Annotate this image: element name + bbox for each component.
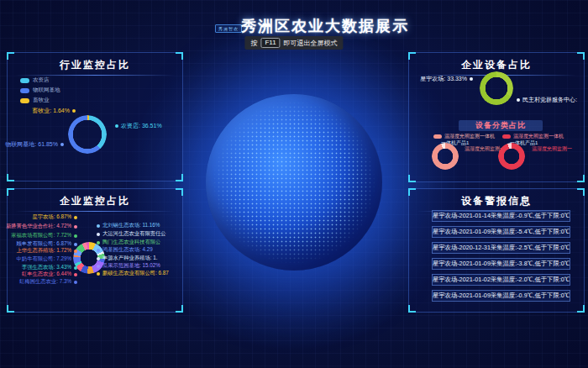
- device-category-header: 设备分类占比: [459, 120, 543, 131]
- legend-swatch: [20, 88, 29, 93]
- label-text: 上华生态养殖场: 1.72%: [17, 247, 71, 255]
- label-text: 鹏硕生态农业有限公司: 6.87: [102, 270, 169, 277]
- panel-device-title: 企业设备占比: [409, 58, 584, 72]
- label-dot: [97, 257, 100, 260]
- label-dot: [74, 250, 77, 253]
- alarm-row-list: 星宇农场-2021-01-14采集温度:-0.9℃,低于下限:0℃星宇农场-20…: [432, 210, 570, 302]
- label-text: 民主村党群服务中心:: [522, 96, 577, 104]
- legend-swatch: [20, 78, 29, 83]
- chart-label: 农资店: 36.51%: [115, 122, 162, 130]
- chart-label: 红丰生态农业: 6.44%: [22, 271, 77, 278]
- label-text: 家福农场有限公司: 7.72%: [11, 232, 71, 239]
- label-dot: [74, 258, 77, 261]
- alarm-row: 星宇农场-2021-01-09采集温度:-3.8℃,低于下限:0℃: [432, 258, 570, 270]
- category-right-donut-chart[interactable]: [498, 143, 525, 170]
- label-dot: [74, 243, 77, 246]
- chart-label: 丰源水产种业养殖场: 1.: [97, 255, 157, 262]
- label-text: 大运河生态农业有限责任公: [102, 230, 166, 238]
- chart-label: 大运河生态农业有限责任公: [97, 230, 166, 238]
- label-text: 红丰生态农业: 6.44%: [22, 271, 71, 278]
- legend-swatch: [433, 134, 442, 139]
- chart-label: 陶门生态农业科技有限公: [97, 239, 160, 246]
- fullscreen-tip: 按 F11 即可退出全屏模式: [244, 36, 343, 50]
- chart-label: 星宇农场: 6.87%: [32, 213, 77, 221]
- panel-device-alarm-info: 设备警报信息 星宇农场-2021-01-14采集温度:-0.9℃,低于下限:0℃…: [408, 188, 585, 313]
- f11-keycap: F11: [260, 38, 280, 48]
- label-dot: [97, 224, 100, 228]
- label-dot: [74, 234, 77, 238]
- label-dot: [97, 233, 100, 236]
- panel-industry-body: 行业监控占比 农资店 物联网基地 畜牧业: [8, 53, 182, 181]
- chart-label: 上华生态养殖场: 1.72%: [17, 247, 77, 255]
- panel-alarm-body: 设备警报信息 星宇农场-2021-01-14采集温度:-0.9℃,低于下限:0℃…: [409, 189, 584, 312]
- legend-item[interactable]: 农资店: [20, 76, 60, 84]
- divider: [15, 211, 175, 212]
- alarm-row: 星宇农场-2021-01-02采集温度:-2.0℃,低于下限:0℃: [432, 274, 570, 286]
- panel-monitor-body: 企业监控占比 星宇农场: 6.87% 新塍菁色华业合作社: 4.72% 家福农场…: [8, 189, 182, 312]
- label-dot: [74, 225, 77, 229]
- legend-item[interactable]: 畜牧业: [20, 97, 60, 104]
- label-text: 北刘钢生态农场: 11.16%: [102, 222, 160, 229]
- label-text: 农资店: 36.51%: [121, 122, 162, 130]
- label-dot: [470, 77, 473, 81]
- alarm-row: 星宇农场-2021-01-14采集温度:-0.9℃,低于下限:0℃: [432, 210, 570, 222]
- legend-label: 畜牧业: [33, 97, 50, 104]
- page-title: 秀洲区农业大数据展示: [241, 16, 409, 36]
- category-left-donut-chart[interactable]: [432, 143, 459, 170]
- dashboard: 秀洲智农 秀洲区农业大数据展示 按 F11 即可退出全屏模式 行业监控占比 农资…: [0, 0, 588, 368]
- label-text: 瓜果示范园基地: 15.02%: [102, 262, 160, 270]
- chart-label: 物联网基地: 61.85%: [5, 140, 64, 149]
- panel-industry-ratio: 行业监控占比 农资店 物联网基地 畜牧业: [7, 52, 183, 181]
- chart-label: 中奶牛有限公司: 7.29%: [17, 255, 77, 263]
- label-text: 新塍菁色华业合作社: 4.72%: [6, 223, 71, 230]
- label-text: 陶门生态农业科技有限公: [102, 239, 160, 246]
- label-dot: [97, 249, 100, 252]
- legend-swatch: [20, 98, 29, 103]
- chart-label: 新塍菁色华业合作社: 4.72%: [6, 223, 77, 230]
- industry-legend: 农资店 物联网基地 畜牧业: [20, 76, 60, 104]
- chart-label: 瓜果示范园基地: 15.02%: [97, 262, 160, 270]
- alarm-row: 星宇农场-2020-12-31采集温度:-2.5℃,低于下限:0℃: [432, 242, 570, 254]
- legend-swatch: [502, 134, 511, 139]
- label-text: 鸿基园生态农场: 4.29: [102, 246, 153, 254]
- label-text: 丰源水产种业养殖场: 1.: [102, 255, 157, 262]
- panel-alarm-title: 设备警报信息: [409, 194, 584, 208]
- globe: [206, 94, 382, 271]
- chart-label: 红梅园生态农业: 7.3%: [19, 278, 77, 286]
- fullscreen-tip-prefix: 按: [250, 39, 257, 48]
- chart-label: 家福农场有限公司: 7.72%: [11, 232, 77, 239]
- legend-item[interactable]: 物联网基地: [20, 87, 60, 94]
- globe-dot-map: [213, 101, 375, 264]
- label-dot: [97, 272, 100, 276]
- label-dot: [72, 109, 76, 113]
- divider: [15, 75, 175, 76]
- device-donut-chart[interactable]: [480, 71, 513, 105]
- alarm-row: 星宇农场-2021-01-09采集温度:-5.4℃,低于下限:0℃: [432, 226, 570, 238]
- category-right-side-label: 温湿度光照监测一: [532, 145, 572, 153]
- alarm-row: 星宇农场-2021-01-09采集温度:-0.9℃,低于下限:0℃: [432, 290, 570, 302]
- label-dot: [74, 273, 77, 276]
- label-dot: [115, 124, 118, 128]
- chart-label: 星宇农场: 33.33%: [420, 75, 473, 83]
- label-dot: [74, 266, 77, 270]
- label-dot: [74, 281, 77, 284]
- label-dot: [60, 143, 64, 146]
- chart-label: 北刘钢生态农场: 11.16%: [97, 222, 160, 229]
- chart-label: 鹏硕生态农业有限公司: 6.87: [97, 270, 169, 277]
- panel-monitor-title: 企业监控占比: [8, 194, 182, 208]
- legend-label: 农资店: [33, 76, 50, 84]
- panel-device-body: 企业设备占比 星宇农场: 33.33% 民主村党群服务中心: 设备分类占比 温湿…: [409, 53, 584, 181]
- label-dot: [97, 241, 100, 244]
- chart-label: 畜牧业: 1.64%: [32, 107, 76, 115]
- panel-enterprise-device-ratio: 企业设备占比 星宇农场: 33.33% 民主村党群服务中心: 设备分类占比 温湿…: [408, 52, 585, 182]
- legend-label: 物联网基地: [33, 87, 60, 94]
- label-dot: [97, 265, 100, 268]
- label-text: 红梅园生态农业: 7.3%: [19, 278, 71, 286]
- label-dot: [517, 98, 520, 102]
- label-dot: [74, 216, 77, 219]
- fullscreen-tip-suffix: 即可退出全屏模式: [284, 39, 338, 48]
- panel-industry-title: 行业监控占比: [8, 58, 182, 72]
- label-text: 星宇农场: 33.33%: [420, 75, 467, 83]
- industry-donut-chart[interactable]: [68, 115, 107, 154]
- chart-label: 民主村党群服务中心:: [517, 96, 577, 104]
